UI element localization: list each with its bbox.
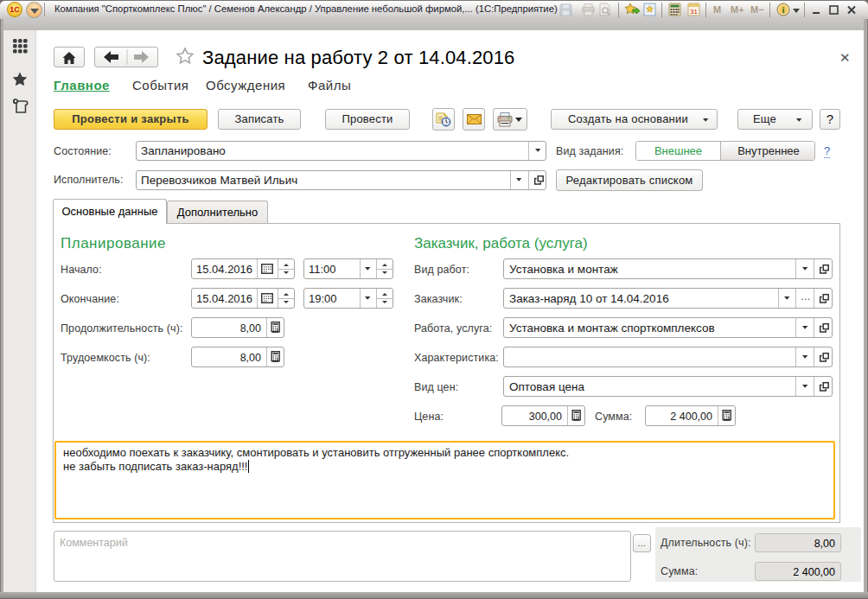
svg-text:M: M	[713, 4, 721, 15]
svg-text:31: 31	[690, 8, 698, 16]
svg-text:i: i	[782, 4, 784, 15]
svg-text:M−: M−	[750, 4, 764, 15]
svg-text:M+: M+	[731, 4, 744, 15]
